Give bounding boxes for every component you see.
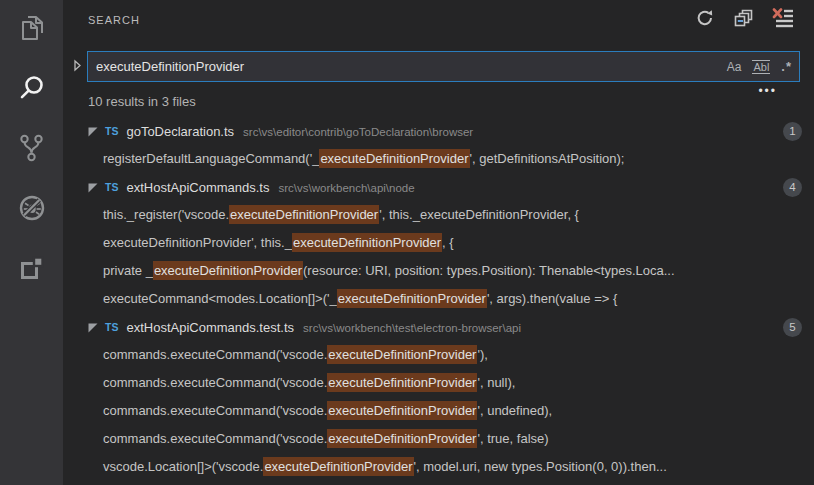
match-count-badge: 5 bbox=[783, 318, 802, 337]
file-name: extHostApiCommands.ts bbox=[126, 180, 269, 195]
match-prefix: executeCommand<modes.Location[]>('_ bbox=[103, 291, 337, 306]
search-input[interactable] bbox=[96, 59, 727, 74]
match-row[interactable]: commands.executeCommand('vscode.executeD… bbox=[63, 425, 814, 453]
toggle-search-details-button[interactable]: ••• bbox=[758, 84, 777, 98]
match-prefix: executeDefinitionProvider', this._ bbox=[103, 235, 292, 250]
match-row[interactable]: this._register('vscode.executeDefinition… bbox=[63, 201, 814, 229]
match-highlight: executeDefinitionProvider bbox=[327, 373, 477, 392]
match-highlight: executeDefinitionProvider bbox=[337, 289, 487, 308]
results-summary: 10 results in 3 files bbox=[88, 94, 814, 112]
match-suffix: ', args).then(value => { bbox=[487, 291, 617, 306]
results-list: TS goToDeclaration.ts src\vs\editor\cont… bbox=[63, 117, 814, 481]
twistie-expanded-icon[interactable] bbox=[88, 182, 98, 193]
ts-file-icon: TS bbox=[105, 125, 118, 137]
match-suffix: , { bbox=[442, 235, 454, 250]
match-row[interactable]: commands.executeCommand('vscode.executeD… bbox=[63, 341, 814, 369]
file-path: src\vs\editor\contrib\goToDeclaration\br… bbox=[243, 124, 473, 138]
match-prefix: commands.executeCommand('vscode. bbox=[103, 347, 327, 362]
collapse-all-button[interactable] bbox=[733, 8, 754, 32]
extensions-icon bbox=[18, 254, 46, 286]
file-row[interactable]: TS extHostApiCommands.ts src\vs\workbenc… bbox=[63, 173, 814, 201]
match-row[interactable]: commands.executeCommand('vscode.executeD… bbox=[63, 397, 814, 425]
match-suffix: '), bbox=[477, 347, 487, 362]
clear-search-results-icon bbox=[772, 8, 794, 32]
match-suffix: (resource: URI, position: types.Position… bbox=[303, 263, 675, 278]
match-prefix: vscode.Location[]>('vscode. bbox=[103, 459, 263, 474]
match-prefix: commands.executeCommand('vscode. bbox=[103, 375, 327, 390]
ts-file-icon: TS bbox=[105, 181, 118, 193]
regex-toggle[interactable]: .* bbox=[781, 60, 792, 74]
match-prefix: registerDefaultLanguageCommand('_ bbox=[103, 151, 319, 166]
match-count-badge: 4 bbox=[783, 178, 802, 197]
search-input-row: Aa Abl .* bbox=[63, 51, 814, 82]
search-input-box: Aa Abl .* bbox=[87, 51, 800, 82]
collapse-all-icon bbox=[733, 8, 754, 32]
file-name: goToDeclaration.ts bbox=[126, 124, 234, 139]
match-highlight: executeDefinitionProvider bbox=[263, 457, 413, 476]
match-suffix: ', getDefinitionsAtPosition); bbox=[470, 151, 625, 166]
match-suffix: ', null), bbox=[477, 375, 515, 390]
match-count-badge: 1 bbox=[783, 122, 802, 141]
panel-title: SEARCH bbox=[88, 14, 695, 26]
search-icon bbox=[17, 73, 47, 107]
activitybar-item-source-control[interactable] bbox=[0, 120, 63, 180]
chevron-right-icon bbox=[73, 58, 82, 76]
match-suffix: ', undefined), bbox=[477, 403, 552, 418]
panel-actions bbox=[695, 8, 794, 32]
match-row[interactable]: vscode.Location[]>('vscode.executeDefini… bbox=[63, 453, 814, 481]
search-panel: SEARCH bbox=[63, 0, 814, 485]
match-row[interactable]: private _executeDefinitionProvider(resou… bbox=[63, 257, 814, 285]
files-icon bbox=[18, 13, 46, 47]
refresh-icon bbox=[695, 8, 715, 32]
match-prefix: private _ bbox=[103, 263, 153, 278]
git-branch-icon bbox=[18, 133, 45, 167]
match-highlight: executeDefinitionProvider bbox=[153, 261, 303, 280]
ts-file-icon: TS bbox=[105, 321, 118, 333]
whole-word-toggle[interactable]: Abl bbox=[752, 60, 770, 74]
panel-header: SEARCH bbox=[63, 0, 814, 40]
match-row[interactable]: executeDefinitionProvider', this._execut… bbox=[63, 229, 814, 257]
file-path: src\vs\workbench\api\node bbox=[278, 180, 414, 194]
match-suffix: ', true, false) bbox=[477, 431, 548, 446]
file-name: extHostApiCommands.test.ts bbox=[126, 320, 294, 335]
twistie-expanded-icon[interactable] bbox=[88, 322, 98, 333]
activitybar-item-search[interactable] bbox=[0, 60, 63, 120]
toggle-replace-button[interactable] bbox=[70, 58, 84, 76]
activitybar-item-explorer[interactable] bbox=[0, 0, 63, 60]
activitybar-item-debug[interactable] bbox=[0, 180, 63, 240]
match-highlight: executeDefinitionProvider bbox=[292, 233, 442, 252]
clear-search-results-button[interactable] bbox=[772, 8, 794, 32]
match-row[interactable]: commands.executeCommand('vscode.executeD… bbox=[63, 369, 814, 397]
activitybar-item-extensions[interactable] bbox=[0, 240, 63, 300]
match-highlight: executeDefinitionProvider bbox=[319, 149, 469, 168]
activity-bar bbox=[0, 0, 63, 485]
file-row[interactable]: TS extHostApiCommands.test.ts src\vs\wor… bbox=[63, 313, 814, 341]
search-options: Aa Abl .* bbox=[727, 60, 792, 74]
match-row[interactable]: registerDefaultLanguageCommand('_execute… bbox=[63, 145, 814, 173]
file-path: src\vs\workbench\test\electron-browser\a… bbox=[303, 320, 521, 334]
refresh-button[interactable] bbox=[695, 8, 715, 32]
match-highlight: executeDefinitionProvider bbox=[327, 429, 477, 448]
match-highlight: executeDefinitionProvider bbox=[327, 345, 477, 364]
match-row[interactable]: executeCommand<modes.Location[]>('_execu… bbox=[63, 285, 814, 313]
no-debug-icon bbox=[18, 194, 46, 226]
match-suffix: ', this._executeDefinitionProvider, { bbox=[379, 207, 579, 222]
file-row[interactable]: TS goToDeclaration.ts src\vs\editor\cont… bbox=[63, 117, 814, 145]
match-prefix: commands.executeCommand('vscode. bbox=[103, 431, 327, 446]
match-prefix: this._register('vscode. bbox=[103, 207, 229, 222]
match-highlight: executeDefinitionProvider bbox=[229, 205, 379, 224]
match-case-toggle[interactable]: Aa bbox=[727, 60, 742, 74]
match-highlight: executeDefinitionProvider bbox=[327, 401, 477, 420]
match-prefix: commands.executeCommand('vscode. bbox=[103, 403, 327, 418]
twistie-expanded-icon[interactable] bbox=[88, 126, 98, 137]
match-suffix: ', model.uri, new types.Position(0, 0)).… bbox=[414, 459, 667, 474]
